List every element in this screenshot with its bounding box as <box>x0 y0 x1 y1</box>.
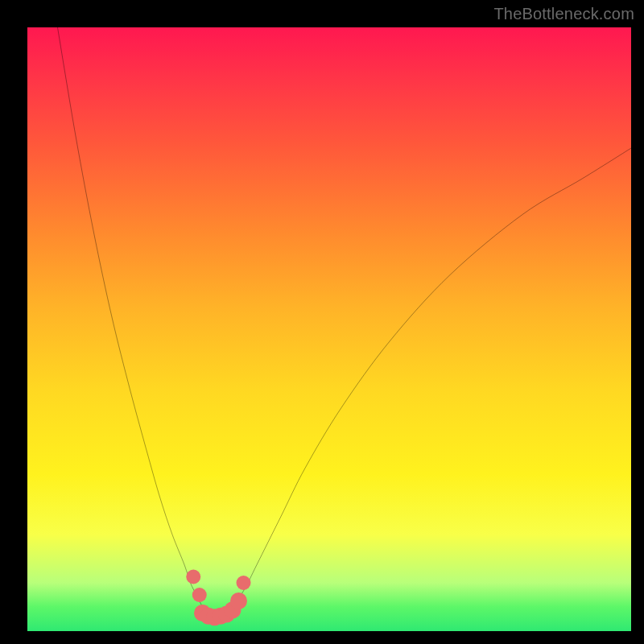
watermark-text: TheBottleneck.com <box>493 5 634 23</box>
marker-dot <box>186 570 200 584</box>
marker-dot <box>230 592 247 609</box>
curve-left-curve <box>58 27 203 607</box>
marker-dot <box>192 588 207 602</box>
plot-area <box>27 27 631 631</box>
chart-frame: TheBottleneck.com <box>0 0 644 644</box>
curve-right-curve <box>233 148 631 607</box>
marker-dot <box>237 576 251 590</box>
plot-svg <box>27 27 631 631</box>
